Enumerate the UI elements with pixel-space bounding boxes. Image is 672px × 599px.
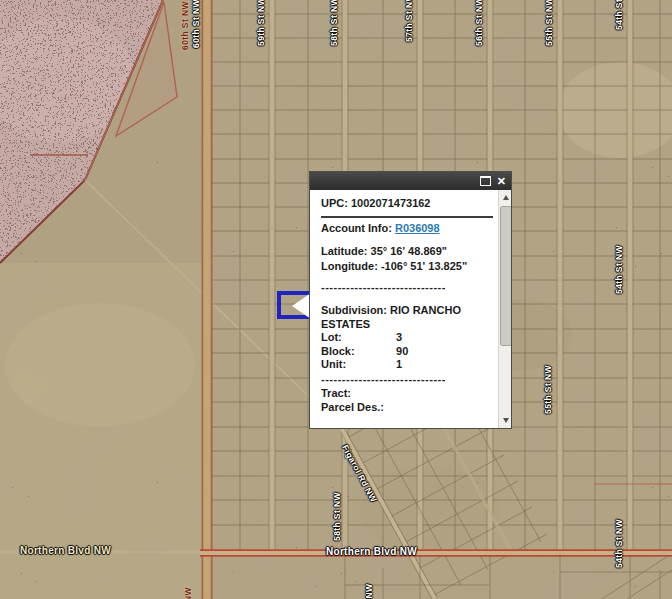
- parcel-des-label: Parcel Des.:: [321, 401, 384, 413]
- dashed-divider: ------------------------------: [321, 281, 493, 294]
- unit-value: 1: [396, 358, 402, 370]
- street-label-54th-top: 54th St NW: [614, 0, 624, 30]
- longitude-label: Longitude:: [321, 260, 378, 272]
- block-label: Block:: [321, 345, 393, 359]
- map-viewport[interactable]: 60th St NW 60th St NW 59th St NW 58th St…: [0, 0, 672, 599]
- scroll-up-icon: [503, 195, 509, 200]
- please-note-text: Please Note: Latitude and Longitude is t…: [321, 426, 493, 429]
- street-label-56th: 56th St NW: [474, 0, 484, 46]
- account-link[interactable]: R036098: [395, 222, 440, 234]
- street-label-55th-mid: 55th St NW: [543, 365, 553, 414]
- upc-value: 1002071473162: [351, 197, 431, 209]
- tract-row: Tract:: [321, 387, 493, 401]
- popup-titlebar[interactable]: ✕: [310, 172, 511, 190]
- parcel-des-row: Parcel Des.:: [321, 401, 493, 415]
- longitude-value: -106° 51' 13.825": [381, 260, 467, 272]
- street-label-60th: 60th St NW: [191, 0, 201, 48]
- block-row: Block: 90: [321, 345, 493, 359]
- lot-value: 3: [396, 331, 402, 343]
- street-label-58th-bottom: 58th St NW: [332, 492, 342, 541]
- unit-row: Unit: 1: [321, 358, 493, 372]
- street-label-54th-bottom: 54th St NW: [614, 519, 624, 568]
- tract-label: Tract:: [321, 387, 351, 399]
- account-label: Account Info:: [321, 222, 392, 234]
- scroll-down-button[interactable]: [499, 414, 511, 427]
- lot-label: Lot:: [321, 331, 393, 345]
- subdivision-row: Subdivision: RIO RANCHO ESTATES: [321, 304, 493, 331]
- popup-content: UPC: 1002071473162 Account Info: R036098…: [310, 190, 498, 428]
- subdivision-label: Subdivision:: [321, 304, 387, 316]
- street-label-55th-top: 55th St NW: [544, 0, 554, 46]
- street-label-59th: 59th St NW: [256, 0, 266, 46]
- scroll-down-icon: [503, 418, 509, 423]
- street-label-60th-red: 60th St NW: [180, 1, 190, 50]
- latitude-value: 35° 16' 48.869": [371, 245, 447, 257]
- street-label-54th-mid: 54th St NW: [614, 245, 624, 294]
- street-label-northern-center: Northern Blvd NW: [326, 546, 417, 557]
- street-label-58th-top: 58th St NW: [329, 0, 339, 46]
- scrollbar-thumb[interactable]: [500, 206, 511, 346]
- street-label-northern-left: Northern Blvd NW: [20, 545, 111, 556]
- street-label-57th-top: 57th St NW: [404, 0, 414, 42]
- maximize-icon[interactable]: [480, 176, 491, 186]
- parcel-info-popup: ✕ UPC: 1002071473162 Account Info: R0360…: [309, 171, 512, 429]
- longitude-row: Longitude: -106° 51' 13.825": [321, 260, 493, 274]
- dashed-divider-2: ------------------------------: [321, 373, 493, 386]
- account-row: Account Info: R036098: [321, 222, 493, 236]
- lot-row: Lot: 3: [321, 331, 493, 345]
- unit-label: Unit:: [321, 358, 393, 372]
- popup-body: UPC: 1002071473162 Account Info: R036098…: [310, 190, 511, 428]
- latitude-row: Latitude: 35° 16' 48.869": [321, 245, 493, 259]
- scroll-up-button[interactable]: [499, 191, 511, 204]
- block-value: 90: [396, 345, 408, 357]
- popup-scrollbar[interactable]: [498, 190, 511, 428]
- latitude-label: Latitude:: [321, 245, 367, 257]
- upc-row: UPC: 1002071473162: [321, 197, 493, 211]
- upc-label: UPC:: [321, 197, 348, 209]
- street-label-60th-bottom: 60th St NW: [183, 587, 193, 599]
- street-label-57th-pl: 57th Pl NW: [364, 584, 374, 599]
- close-icon[interactable]: ✕: [497, 176, 506, 187]
- separator-line: [321, 216, 493, 218]
